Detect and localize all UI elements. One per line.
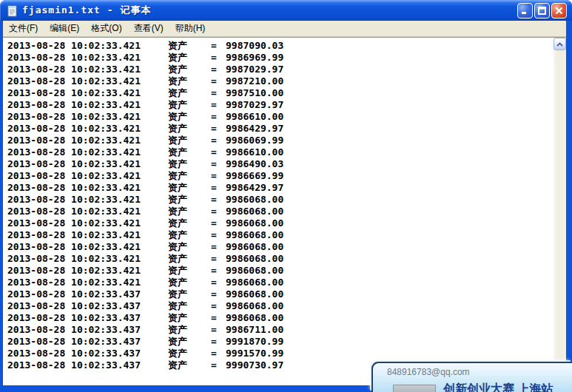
log-line: 2013-08-28 10:02:33.421资产=9987510.00 xyxy=(7,87,554,99)
log-line: 2013-08-28 10:02:33.421资产=9987210.00 xyxy=(7,75,554,87)
log-line: 2013-08-28 10:02:33.421资产=9986068.00 xyxy=(7,277,554,288)
log-line: 2013-08-28 10:02:33.421资产=9986429.97 xyxy=(7,123,554,135)
popup-body: 创新创业大赛 上海站 xyxy=(393,382,572,392)
log-line: 2013-08-28 10:02:33.437资产=9986068.00 xyxy=(7,312,554,324)
menu-help[interactable]: 帮助(H) xyxy=(169,21,212,36)
close-icon xyxy=(555,7,563,15)
log-line: 2013-08-28 10:02:33.421资产=9987090.03 xyxy=(7,40,554,52)
log-line: 2013-08-28 10:02:33.421资产=9986610.00 xyxy=(7,111,554,123)
menu-bar: 文件(F) 编辑(E) 格式(O) 查看(V) 帮助(H) xyxy=(3,21,566,37)
log-line: 2013-08-28 10:02:33.437资产=9986068.00 xyxy=(7,288,554,300)
log-line: 2013-08-28 10:02:33.421资产=9986068.00 xyxy=(7,265,554,277)
notification-popup[interactable]: 848916783@qq.com 创新创业大赛 上海站 xyxy=(371,362,572,392)
notepad-window: fjasmin1.txt - 记事本 文件(F) 编辑(E) 格式(O) 查看(… xyxy=(0,0,572,392)
log-line: 2013-08-28 10:02:33.421资产=9987029.97 xyxy=(7,99,554,111)
scroll-up-button[interactable] xyxy=(554,38,566,50)
menu-edit[interactable]: 编辑(E) xyxy=(44,21,85,36)
log-line: 2013-08-28 10:02:33.437资产=9986068.00 xyxy=(7,300,554,312)
popup-logo-image xyxy=(393,385,436,392)
log-line: 2013-08-28 10:02:33.421资产=9986068.00 xyxy=(7,217,554,229)
log-line: 2013-08-28 10:02:33.421资产=9986068.00 xyxy=(7,241,554,253)
log-line: 2013-08-28 10:02:33.421资产=9986068.00 xyxy=(7,253,554,265)
log-line: 2013-08-28 10:02:33.421资产=9986969.99 xyxy=(7,52,554,64)
log-line: 2013-08-28 10:02:33.437资产=9991870.99 xyxy=(7,336,554,348)
log-line: 2013-08-28 10:02:33.421资产=9986610.00 xyxy=(7,146,554,158)
log-line: 2013-08-28 10:02:33.421资产=9986069.99 xyxy=(7,135,554,146)
log-line: 2013-08-28 10:02:33.421资产=9986068.00 xyxy=(7,206,554,217)
log-line: 2013-08-28 10:02:33.421资产=9986068.00 xyxy=(7,229,554,241)
log-line: 2013-08-28 10:02:33.421资产=9986669.99 xyxy=(7,170,554,182)
window-controls xyxy=(517,3,567,18)
menu-view[interactable]: 查看(V) xyxy=(128,21,169,36)
chevron-up-icon xyxy=(556,42,563,47)
log-line: 2013-08-28 10:02:33.421资产=9986068.00 xyxy=(7,194,554,206)
notepad-icon xyxy=(6,4,18,17)
client-area: 2013-08-28 10:02:33.421资产=9987090.032013… xyxy=(3,37,566,385)
log-line: 2013-08-28 10:02:33.421资产=9987029.97 xyxy=(7,64,554,75)
log-line: 2013-08-28 10:02:33.437资产=9991570.99 xyxy=(7,348,554,359)
window-frame: 文件(F) 编辑(E) 格式(O) 查看(V) 帮助(H) 2013-08-28… xyxy=(3,21,566,385)
maximize-button[interactable] xyxy=(534,3,550,18)
maximize-icon xyxy=(538,7,546,15)
menu-format[interactable]: 格式(O) xyxy=(85,21,127,36)
menu-file[interactable]: 文件(F) xyxy=(3,21,44,36)
window-title: fjasmin1.txt - 记事本 xyxy=(22,4,517,17)
minimize-icon xyxy=(521,7,529,15)
notification-popup-inner: 848916783@qq.com 创新创业大赛 上海站 xyxy=(373,363,572,392)
title-bar[interactable]: fjasmin1.txt - 记事本 xyxy=(0,0,572,21)
popup-title-text: 创新创业大赛 上海站 xyxy=(443,382,553,392)
vertical-scrollbar[interactable] xyxy=(554,38,566,385)
text-editor-area[interactable]: 2013-08-28 10:02:33.421资产=9987090.032013… xyxy=(3,38,554,385)
popup-email-text: 848916783@qq.com xyxy=(387,367,572,377)
log-line: 2013-08-28 10:02:33.421资产=9986490.03 xyxy=(7,158,554,170)
close-button[interactable] xyxy=(551,3,567,18)
log-line: 2013-08-28 10:02:33.437资产=9986711.00 xyxy=(7,324,554,336)
log-line: 2013-08-28 10:02:33.421资产=9986429.97 xyxy=(7,182,554,194)
minimize-button[interactable] xyxy=(517,3,533,18)
